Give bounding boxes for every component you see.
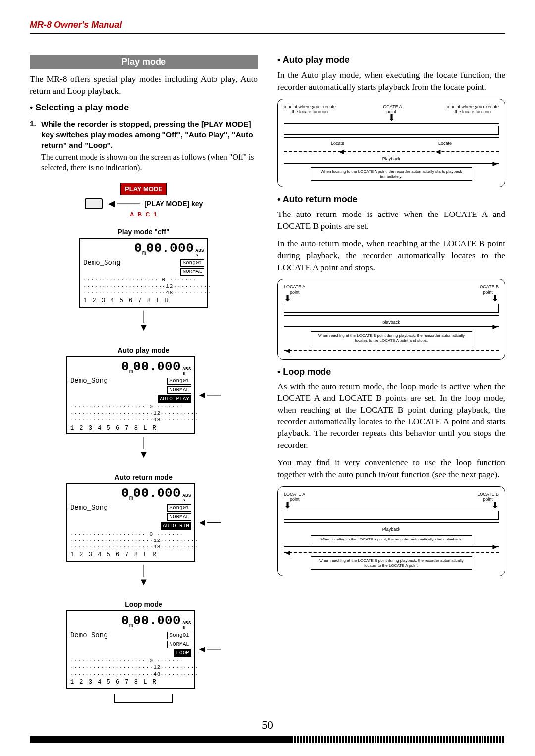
playback-label: playback (284, 320, 499, 325)
mode-label-autoplay: Auto play mode (117, 346, 169, 354)
diag-note2: When reaching at the LOCATE B point duri… (311, 556, 472, 570)
down-arrow-icon: │▼ (139, 311, 149, 333)
arrow-right-icon: ► (491, 159, 499, 168)
d: ···················· 0 ······· (70, 531, 191, 538)
play-mode-figure: PLAY MODE ◄─── [PLAY MODE] key A B C 1 P… (30, 183, 258, 703)
d: ······················12·········· (70, 410, 191, 417)
r: 00.000 (133, 486, 181, 501)
arrow-left-icon: ◄── (197, 389, 221, 401)
step-1: 1. While the recorder is stopped, pressi… (30, 119, 258, 173)
arrow-left-icon: ◄── (197, 644, 221, 655)
t: 1 2 3 4 5 6 7 8 L R (70, 679, 191, 686)
down-arrow-icon: ⬇ (491, 295, 499, 302)
lcd-badge-loop: LOOP (174, 649, 191, 657)
mode-label-loop: Loop mode (125, 600, 162, 608)
loop-heading: • Loop mode (277, 367, 505, 377)
playback-label: Playback (284, 156, 499, 162)
page-number: 50 (30, 718, 505, 732)
d: ······················12·········· (70, 664, 191, 671)
play-mode-key-label: [PLAY MODE] key (144, 200, 203, 208)
r: 00.000 (133, 613, 181, 628)
down-arrow-icon: ⬇ (388, 115, 395, 121)
diag-note: When locating to the LOCATE A point, the… (311, 167, 472, 181)
d: ······················48·········· (70, 671, 191, 678)
d: ···················· 0 ······· (70, 404, 191, 410)
down-arrow-icon: ⬇ (491, 502, 499, 509)
loop-body1: As with the auto return mode, the loop m… (277, 381, 505, 451)
auto-return-body1: The auto return mode is active when the … (277, 209, 505, 232)
timeline (284, 315, 499, 316)
lcd-time-m: 0 (134, 241, 142, 256)
arrow-right-icon: ► (491, 322, 499, 331)
page-header: MR-8 Owner's Manual (30, 20, 505, 35)
lcd-normal2: NORMAL (167, 386, 191, 394)
right-column: • Auto play mode In the Auto play mode, … (277, 55, 505, 703)
auto-return-body2: In the auto return mode, when reaching a… (277, 238, 505, 273)
loop-back-line (114, 694, 173, 703)
dashed-loop-line: ◄ (284, 552, 499, 553)
timeline-track (284, 304, 499, 313)
lcd-autoplay: 0m00.000ABSs Demo_Song Song01 NORMAL AUT… (66, 356, 195, 435)
d: ······················12·········· (70, 538, 191, 544)
auto-play-diagram: a point where you execute the locate fun… (277, 99, 505, 187)
lcd-song-num2: Song01 (167, 378, 191, 385)
arrow-left-icon: ◄ (338, 147, 346, 156)
d: ···················· 0 ······· (70, 658, 191, 664)
t: 1 2 3 4 5 6 7 8 L R (70, 551, 191, 558)
d: ······················48·········· (70, 544, 191, 550)
dashed-return-line: ◄ (284, 350, 499, 351)
play-mode-banner: Play mode (30, 55, 258, 69)
play-mode-button-label: PLAY MODE (120, 183, 167, 195)
timeline (284, 123, 499, 124)
t: 1 2 3 4 5 6 7 8 L R (70, 425, 191, 432)
arrow-left-icon: ◄ (284, 548, 292, 557)
mode-label-off: Play mode "off" (117, 228, 169, 236)
snu: Song01 (167, 632, 191, 639)
footer-decoration (30, 736, 505, 743)
timeline (284, 522, 499, 523)
arrow-left-icon: ◄ (284, 346, 292, 355)
no: NORMAL (167, 513, 191, 521)
down-arrow-icon: │▼ (139, 565, 149, 588)
abc-label: A B C 1 (130, 211, 158, 218)
down-arrow-icon: ⬇ (284, 295, 291, 302)
lcd-normal: NORMAL (180, 268, 204, 275)
sn: Demo_Song (70, 631, 108, 640)
lcd-off: 0m00.000ABSs Demo_Song Song01 NORMAL ···… (79, 238, 208, 307)
play-mode-key-icon (85, 198, 103, 209)
lcd-song-name2: Demo_Song (70, 377, 108, 385)
lcd-s: s (195, 253, 198, 258)
lcd-dots2: ······················12·········· (83, 283, 204, 290)
s: s (182, 625, 185, 630)
lcd-s2: s (182, 371, 185, 376)
s: s (182, 498, 185, 503)
arrow-left-icon: ◄ (434, 147, 442, 156)
m: 0 (121, 486, 129, 501)
loop-diagram: LOCATE A point LOCATE B point ⬇⬇ Playbac… (277, 486, 505, 577)
lcd-loop: 0m00.000ABSs Demo_Song Song01 NORMAL LOO… (66, 610, 195, 689)
diag-note: When reaching at the LOCATE B point duri… (311, 331, 472, 345)
content-columns: Play mode The MR-8 offers special play m… (30, 55, 505, 703)
playback-label: Playback (284, 527, 499, 532)
diag-exec-right: a point where you execute the locate fun… (447, 104, 499, 115)
diag-note1: When locating to the LOCATE A point, the… (311, 535, 472, 544)
down-arrow-icon: ⬇ (284, 502, 291, 509)
lcd-song-num: Song01 (180, 259, 204, 267)
lcd-autoreturn: 0m00.000ABSs Demo_Song Song01 NORMAL AUT… (66, 483, 195, 562)
auto-return-heading: • Auto return mode (277, 194, 505, 205)
locate-label: Locate (331, 141, 344, 146)
selecting-heading: • Selecting a play mode (30, 103, 258, 114)
m: 0 (121, 613, 129, 628)
step-bold-text: While the recorder is stopped, pressing … (41, 119, 258, 151)
diag-exec-left: a point where you execute the locate fun… (284, 104, 336, 115)
lcd-time-rest2: 00.000 (133, 359, 181, 374)
loop-body2: You may find it very convenience to use … (277, 457, 505, 480)
step-number: 1. (30, 119, 36, 173)
lcd-tracks: 1 2 3 4 5 6 7 8 L R (83, 297, 204, 304)
dashed-locate-line: ◄ ◄ (284, 151, 499, 152)
lcd-song-name: Demo_Song (83, 259, 121, 267)
left-column: Play mode The MR-8 offers special play m… (30, 55, 258, 703)
down-arrow-icon: │▼ (139, 437, 149, 460)
auto-return-diagram: LOCATE A point LOCATE B point ⬇⬇ playbac… (277, 279, 505, 359)
auto-play-heading: • Auto play mode (277, 55, 505, 65)
